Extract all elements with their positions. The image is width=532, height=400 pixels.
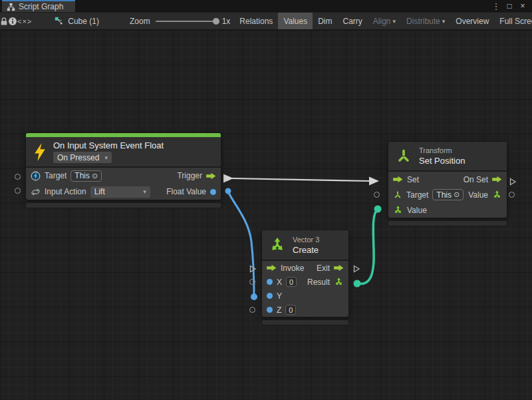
transform-node-header[interactable]: Transform Set Position xyxy=(388,142,507,172)
chevron-down-icon: ▾ xyxy=(393,18,396,25)
value-input-row: Value xyxy=(388,202,507,218)
event-node[interactable]: On Input System Event Float On Pressed ▾… xyxy=(25,132,221,200)
vector3-type-label: Vector 3 xyxy=(293,236,319,244)
code-view-button[interactable]: <×> xyxy=(17,13,32,29)
z-input-port[interactable] xyxy=(249,307,255,313)
event-action-input-port[interactable] xyxy=(15,188,21,194)
tab-bar: Script Graph ⋮ □ × xyxy=(0,0,532,12)
value-input-port-icon[interactable] xyxy=(393,205,403,215)
transform-node-footer xyxy=(388,220,507,226)
carry-button[interactable]: Carry xyxy=(338,13,368,29)
result-port-icon[interactable] xyxy=(334,277,344,287)
y-row: Y xyxy=(262,289,348,303)
maximize-icon[interactable]: □ xyxy=(504,1,515,11)
input-action-icon xyxy=(31,187,41,197)
invoke-port-icon[interactable] xyxy=(267,264,277,272)
on-set-output-port[interactable] xyxy=(509,178,517,186)
wire-trigger-to-set[interactable] xyxy=(223,174,379,186)
relations-button[interactable]: Relations xyxy=(234,13,278,29)
trigger-port-icon[interactable] xyxy=(206,172,216,180)
full-screen-button[interactable]: Full Screen xyxy=(494,13,532,29)
on-set-port-icon[interactable] xyxy=(492,176,502,183)
x-port[interactable] xyxy=(267,279,273,285)
float-value-label: Float Value xyxy=(166,187,206,196)
dim-button[interactable]: Dim xyxy=(313,13,337,29)
event-target-row: Target This ⊙ Trigger xyxy=(26,168,221,184)
transform-target-label: Target xyxy=(406,190,428,200)
script-graph-window: Script Graph ⋮ □ × <×> Cube (1) Zoom 1x … xyxy=(0,0,532,400)
object-picker-icon[interactable]: ⊙ xyxy=(454,190,460,199)
chevron-down-icon: ▾ xyxy=(143,188,146,195)
exit-port-icon[interactable] xyxy=(334,264,344,272)
info-button[interactable] xyxy=(8,13,17,29)
lock-icon xyxy=(0,17,8,26)
wire-result-to-value[interactable] xyxy=(354,206,382,288)
event-node-title: On Input System Event Float xyxy=(53,140,164,150)
graph-target-button[interactable]: Cube (1) xyxy=(49,13,104,29)
code-icon: <×> xyxy=(17,17,32,25)
input-action-dropdown[interactable]: Lift ▾ xyxy=(90,186,150,198)
on-set-label: On Set xyxy=(464,175,488,184)
tab-title: Script Graph xyxy=(19,2,63,11)
transform-target-field[interactable]: This ⊙ xyxy=(432,189,464,200)
object-picker-icon[interactable]: ⊙ xyxy=(92,172,98,180)
vector3-node-title: Create xyxy=(293,245,319,255)
x-value-field[interactable]: 0 xyxy=(286,277,297,287)
set-row: Set On Set xyxy=(388,172,507,187)
close-icon[interactable]: × xyxy=(517,1,528,11)
value-output-port-icon[interactable] xyxy=(492,190,502,200)
event-input-action-row: Input Action Lift ▾ Float Value xyxy=(26,184,221,200)
transform-icon xyxy=(395,148,412,165)
value-output-port[interactable] xyxy=(509,192,515,198)
zoom-value: 1x xyxy=(222,17,231,26)
overview-button[interactable]: Overview xyxy=(450,13,494,29)
float-value-port[interactable] xyxy=(210,189,216,195)
zoom-slider[interactable] xyxy=(156,21,217,22)
value-output-label: Value xyxy=(468,190,488,200)
script-graph-icon xyxy=(7,3,15,11)
graph-toolbar: <×> Cube (1) Zoom 1x Relations Values Di… xyxy=(0,12,532,30)
vector3-node[interactable]: Vector 3 Create Invoke Exit X 0 Result xyxy=(261,230,349,317)
transform-gizmo-icon xyxy=(393,190,402,200)
values-button[interactable]: Values xyxy=(278,13,313,29)
z-value-field[interactable]: 0 xyxy=(285,305,296,315)
vector3-node-footer xyxy=(261,319,349,325)
graph-canvas[interactable]: On Input System Event Float On Pressed ▾… xyxy=(0,30,532,400)
invoke-input-port[interactable] xyxy=(249,265,257,273)
invoke-row: Invoke Exit xyxy=(262,261,348,275)
cube-graph-icon xyxy=(55,17,63,25)
lock-button[interactable] xyxy=(0,13,8,29)
transform-target-input-port[interactable] xyxy=(374,192,380,198)
distribute-dropdown[interactable]: Distribute▾ xyxy=(401,13,450,29)
value-input-label: Value xyxy=(407,206,427,215)
transform-node[interactable]: Transform Set Position Set On Set Target… xyxy=(388,141,507,218)
z-label: Z xyxy=(277,305,281,315)
zoom-label: Zoom xyxy=(130,17,150,26)
event-mode-dropdown[interactable]: On Pressed ▾ xyxy=(53,152,112,163)
z-port[interactable] xyxy=(267,307,273,313)
window-controls: ⋮ □ × xyxy=(491,0,532,12)
zoom-control: Zoom 1x xyxy=(130,17,230,26)
target-label: Target xyxy=(45,171,66,180)
event-target-input-port[interactable] xyxy=(15,174,21,180)
chevron-down-icon: ▾ xyxy=(442,18,446,25)
set-label: Set xyxy=(407,175,419,184)
set-port-icon[interactable] xyxy=(393,176,403,183)
y-port[interactable] xyxy=(267,293,273,299)
target-object-field[interactable]: This ⊙ xyxy=(70,170,102,182)
menu-icon[interactable]: ⋮ xyxy=(491,1,501,11)
y-label: Y xyxy=(277,292,282,301)
info-icon xyxy=(8,17,17,26)
zoom-slider-handle[interactable] xyxy=(213,18,219,25)
x-input-port[interactable] xyxy=(249,279,255,285)
event-node-footer xyxy=(25,202,221,208)
z-row: Z 0 xyxy=(262,303,348,317)
vector3-node-header[interactable]: Vector 3 Create xyxy=(262,230,348,261)
transform-node-title: Set Position xyxy=(419,156,465,166)
align-dropdown[interactable]: Align▾ xyxy=(368,13,401,29)
exit-output-port[interactable] xyxy=(352,265,360,273)
input-system-icon xyxy=(31,171,41,181)
x-label: X xyxy=(277,278,282,287)
event-node-header[interactable]: On Input System Event Float On Pressed ▾ xyxy=(26,137,221,168)
tab-script-graph[interactable]: Script Graph xyxy=(2,0,75,12)
